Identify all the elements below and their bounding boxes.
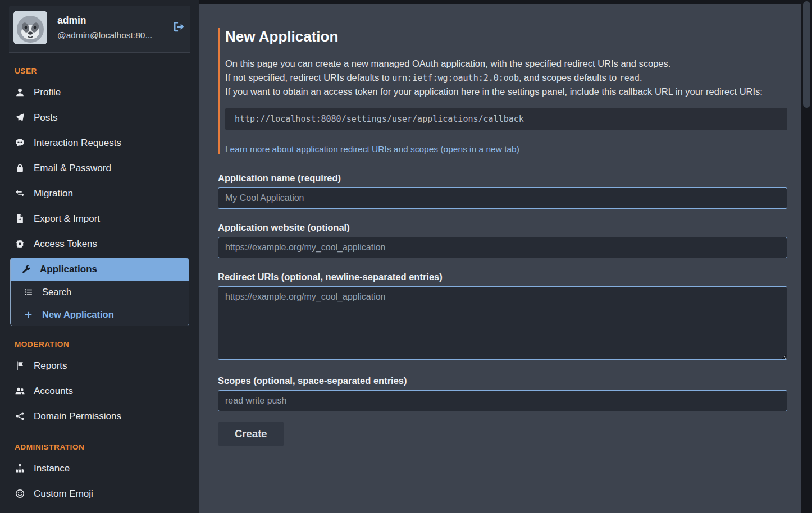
scrollbar-track[interactable]: [801, 0, 812, 513]
sidebar-item-label: Accounts: [34, 386, 73, 397]
sitemap-icon: [15, 464, 25, 473]
section-header-user: USER: [15, 67, 199, 75]
plus-icon: [23, 310, 34, 319]
application-name-input[interactable]: [218, 187, 787, 209]
section-header-administration: ADMINISTRATION: [15, 443, 199, 451]
intro-line-2: If not specified, redirect URIs defaults…: [225, 71, 787, 85]
sidebar-item-interaction-requests[interactable]: Interaction Requests: [0, 130, 199, 155]
intro-line-2-pre: If not specified, redirect URIs defaults…: [225, 72, 392, 83]
scopes-group: Scopes (optional, space-separated entrie…: [218, 375, 787, 411]
intro-line-3: If you want to obtain an access token fo…: [225, 85, 787, 99]
avatar: [13, 11, 47, 44]
sidebar-item-label: Reports: [34, 360, 67, 372]
certificate-icon: [15, 239, 25, 249]
create-button[interactable]: Create: [218, 422, 284, 446]
sidebar-item-search[interactable]: Search: [11, 281, 189, 303]
intro-line-2-post: .: [640, 72, 642, 83]
sidebar-item-label: Domain Permissions: [34, 411, 121, 422]
inline-code-read: read: [619, 73, 640, 83]
user-icon: [15, 88, 25, 97]
scopes-input[interactable]: [218, 390, 787, 411]
account-name: admin: [57, 15, 152, 26]
flag-icon: [15, 361, 25, 370]
sidebar-item-label: Migration: [34, 188, 73, 199]
redirect-uris-label: Redirect URIs (optional, newline-separat…: [218, 272, 787, 282]
intro-line-3-text: If you want to obtain an access token fo…: [225, 86, 763, 97]
sidebar-item-applications[interactable]: Applications: [11, 258, 189, 281]
sidebar-item-export-import[interactable]: Export & Import: [0, 206, 199, 231]
sidebar-item-label: Export & Import: [34, 213, 100, 225]
sidebar-item-label: Instance: [34, 463, 70, 474]
application-name-group: Application name (required): [218, 173, 787, 209]
application-website-group: Application website (optional): [218, 222, 787, 258]
sidebar-item-label: Custom Emoji: [34, 488, 93, 500]
sidebar-item-label: Profile: [34, 87, 61, 98]
sidebar-item-access-tokens[interactable]: Access Tokens: [0, 231, 199, 256]
lock-icon: [15, 163, 25, 173]
account-handle: @admin@localhost:80...: [57, 30, 152, 40]
sidebar-item-email-password[interactable]: Email & Password: [0, 155, 199, 181]
sidebar-item-label: New Application: [42, 309, 114, 320]
application-website-label: Application website (optional): [218, 222, 787, 233]
intro-line-1: On this page you can create a new manage…: [225, 57, 787, 71]
arrows-left-right-icon: [15, 189, 25, 198]
sidebar-item-custom-emoji[interactable]: Custom Emoji: [0, 481, 199, 506]
intro-block: New Application On this page you can cre…: [218, 28, 787, 154]
application-name-label: Application name (required): [218, 173, 787, 184]
application-website-input[interactable]: [218, 237, 787, 258]
main-wrap: New Application On this page you can cre…: [199, 0, 801, 513]
callback-url-code: http://localhost:8080/settings/user/appl…: [225, 108, 787, 130]
sidebar-item-migration[interactable]: Migration: [0, 181, 199, 206]
users-icon: [15, 386, 25, 396]
intro-line-1-text: On this page you can create a new manage…: [225, 58, 670, 68]
sidebar-item-actions[interactable]: Actions: [0, 506, 199, 513]
share-nodes-icon: [15, 411, 25, 421]
sidebar-item-instance[interactable]: Instance: [0, 456, 199, 481]
new-application-panel: New Application On this page you can cre…: [199, 4, 801, 513]
docs-link[interactable]: Learn more about application redirect UR…: [225, 144, 519, 154]
redirect-uris-textarea[interactable]: [218, 286, 787, 360]
intro-line-2-mid: , and scopes defaults to: [519, 72, 619, 83]
sidebar-item-label: Search: [42, 287, 71, 297]
sidebar-item-label: Email & Password: [34, 163, 111, 174]
sidebar: admin @admin@localhost:80... USER Profil…: [0, 0, 199, 513]
sidebar-item-reports[interactable]: Reports: [0, 353, 199, 378]
section-header-moderation: MODERATION: [15, 340, 199, 349]
account-card[interactable]: admin @admin@localhost:80...: [9, 6, 190, 53]
account-info: admin @admin@localhost:80...: [57, 15, 152, 40]
scopes-label: Scopes (optional, space-separated entrie…: [218, 375, 787, 386]
inline-code-oob: urn:ietf:wg:oauth:2.0:oob: [392, 73, 519, 83]
applications-subnav: Search New Application: [11, 281, 189, 326]
page-title: New Application: [225, 28, 787, 45]
smiley-icon: [15, 489, 25, 498]
list-icon: [23, 287, 34, 297]
sidebar-item-profile[interactable]: Profile: [0, 80, 199, 105]
app-window: admin @admin@localhost:80... USER Profil…: [0, 0, 812, 513]
comment-icon: [15, 138, 25, 148]
sidebar-item-label: Applications: [40, 264, 97, 275]
scrollbar-thumb[interactable]: [803, 1, 810, 108]
logout-icon[interactable]: [172, 20, 186, 35]
wrench-icon: [21, 265, 31, 274]
sidebar-item-accounts[interactable]: Accounts: [0, 378, 199, 404]
file-export-icon: [15, 214, 25, 223]
redirect-uris-group: Redirect URIs (optional, newline-separat…: [218, 272, 787, 362]
sidebar-item-domain-permissions[interactable]: Domain Permissions: [0, 404, 199, 429]
applications-group: Applications Search New Application: [10, 258, 189, 326]
sidebar-item-posts[interactable]: Posts: [0, 105, 199, 130]
sidebar-item-new-application[interactable]: New Application: [11, 303, 189, 326]
sidebar-item-label: Posts: [34, 112, 58, 123]
sidebar-item-label: Interaction Requests: [34, 138, 121, 149]
sloth-avatar: [13, 11, 47, 44]
sidebar-item-label: Access Tokens: [34, 239, 97, 250]
paper-plane-icon: [15, 113, 25, 122]
